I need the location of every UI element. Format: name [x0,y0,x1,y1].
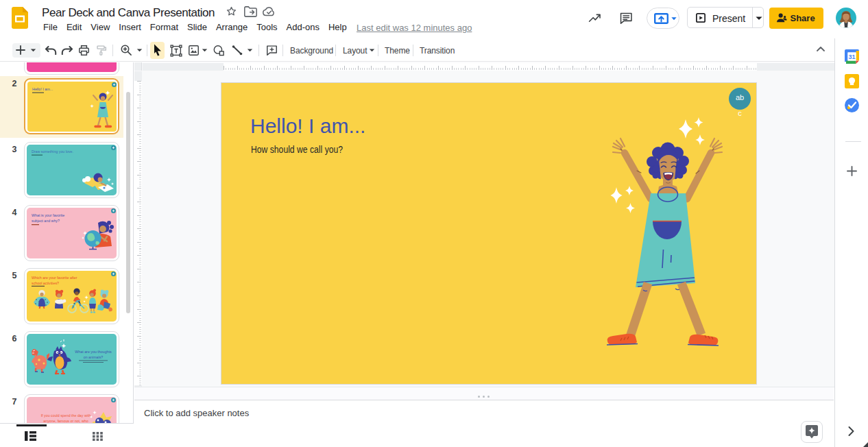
svg-text:31: 31 [848,53,855,60]
svg-text:What are you thoughts: What are you thoughts [75,350,112,354]
svg-text:on animals?: on animals? [84,355,104,359]
svg-text:If you could spend the day wit: If you could spend the day with [41,413,91,418]
svg-text:What is your favorite: What is your favorite [32,213,64,217]
svg-text:subject and why?: subject and why? [32,219,60,223]
svg-text:school activities?: school activities? [32,281,59,285]
svg-text:Draw something you love.: Draw something you love. [32,149,73,154]
svg-text:Which are your favorite after: Which are your favorite after [32,276,77,280]
svg-text:Hello! I am...: Hello! I am... [32,86,53,90]
